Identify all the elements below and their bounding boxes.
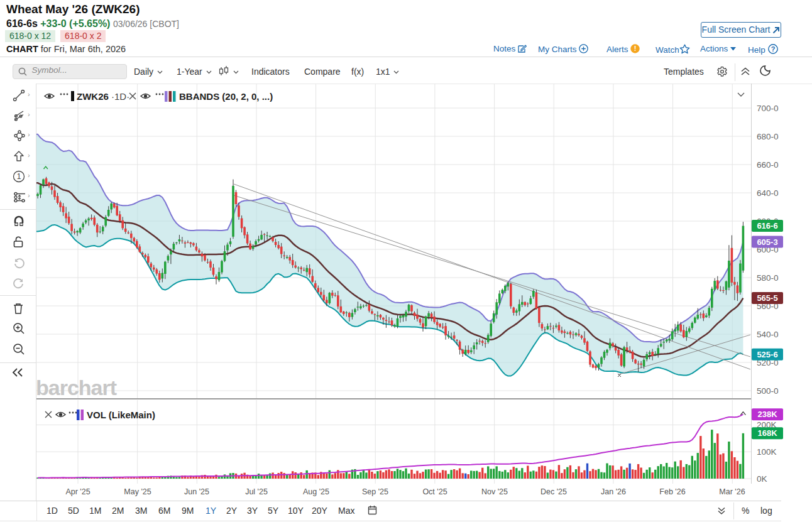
svg-text:640-0: 640-0 [757,188,779,198]
svg-text:Jun '25: Jun '25 [184,487,209,496]
svg-text:Apr '25: Apr '25 [65,487,90,496]
svg-text:barchart: barchart [36,376,117,399]
svg-text:May '25: May '25 [124,487,151,496]
svg-text:!: ! [634,45,637,52]
svg-text:605-3: 605-3 [757,237,777,247]
svg-text:?: ? [771,45,775,53]
svg-text:525-6: 525-6 [757,350,777,359]
svg-text:Jul '25: Jul '25 [245,487,268,496]
svg-text:Nov '25: Nov '25 [481,487,508,496]
svg-text:VOL (LikeMain): VOL (LikeMain) [87,410,155,420]
svg-text:238K: 238K [757,410,777,419]
svg-text:660-0: 660-0 [757,160,779,170]
svg-text:500-0: 500-0 [757,386,779,396]
svg-text:·1D·: ·1D· [111,91,129,102]
svg-text:616-6: 616-6 [757,221,777,231]
svg-text:0K: 0K [757,474,767,484]
svg-text:100K: 100K [757,447,777,457]
svg-text:Aug '25: Aug '25 [303,487,329,496]
svg-text:168K: 168K [757,428,777,438]
svg-text:Oct '25: Oct '25 [422,487,447,496]
svg-text:580-0: 580-0 [757,273,779,283]
svg-text:565-5: 565-5 [757,293,777,303]
svg-text:Dec '25: Dec '25 [540,487,567,496]
svg-text:700-0: 700-0 [757,104,779,113]
svg-text:ZWK26: ZWK26 [77,91,109,102]
svg-text:Jan '26: Jan '26 [601,487,626,496]
svg-text:680-0: 680-0 [757,132,779,141]
svg-text:BBANDS (20, 2, 0, ...): BBANDS (20, 2, 0, ...) [179,91,273,102]
svg-text:Feb '26: Feb '26 [659,487,685,496]
svg-text:540-0: 540-0 [757,330,779,339]
svg-text:Sep '25: Sep '25 [362,487,388,496]
svg-text:Mar '26: Mar '26 [719,487,745,496]
